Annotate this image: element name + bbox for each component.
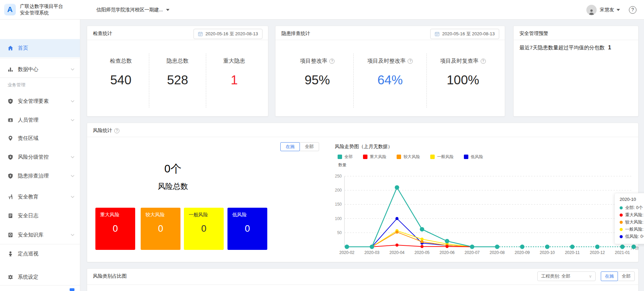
legend-swatch <box>430 155 435 159</box>
sidebar-item-首页[interactable]: 首页 <box>0 39 80 57</box>
legend-item-低风险[interactable]: 低风险 <box>464 154 483 160</box>
sidebar-bottom-widget[interactable] <box>70 288 74 291</box>
risk-total-value: 0个 <box>125 161 221 177</box>
date-range-value: 2020-05-16 至 2020-08-13 <box>206 31 258 37</box>
svg-text:2020-10: 2020-10 <box>540 250 555 255</box>
risk-box-label: 一般风险 <box>184 208 224 218</box>
tooltip-rows: 全部: 0个重大风险: 0个较大风险: 0个一般风险: 0个低风险: 0个 <box>620 204 644 240</box>
home-icon <box>8 45 13 51</box>
calendar-icon <box>435 32 440 36</box>
risk-box-低风险: 低风险0 <box>227 208 267 250</box>
help-circle-icon[interactable]: ? <box>481 59 486 64</box>
risk-category-card: 风险类别占比图 工程类别: 全部 ∨ 在施 全部 <box>87 268 639 291</box>
divider <box>514 40 638 40</box>
chevron-down-icon <box>71 156 74 158</box>
toggle-all[interactable]: 全部 <box>618 271 635 281</box>
svg-text:2020-11: 2020-11 <box>565 250 579 255</box>
legend-item-全部[interactable]: 全部 <box>338 154 353 160</box>
sidebar-item-安全日志[interactable]: 安全日志 <box>0 207 80 224</box>
date-range-picker[interactable]: 2020-05-16 至 2020-08-13 <box>430 29 499 39</box>
card-title: 风险类别占比图 <box>93 273 127 279</box>
svg-text:2020-09: 2020-09 <box>515 250 530 255</box>
help-circle-icon[interactable]: ? <box>329 59 335 64</box>
user-icon <box>588 8 595 15</box>
sidebar-item-定点巡视[interactable]: 定点巡视 <box>0 245 80 262</box>
legend-item-重大风险[interactable]: 重大风险 <box>363 154 386 160</box>
knowledge-base-icon <box>8 232 13 238</box>
stat-value: 95% <box>281 73 353 87</box>
risk-trend-chart[interactable]: 数量501001502002502020-022020-032020-04202… <box>327 161 640 257</box>
app-logo: A <box>4 4 16 15</box>
sidebar-item-label: 人员管理 <box>18 117 38 123</box>
chevron-down-icon <box>71 234 74 236</box>
toggle-in-construction[interactable]: 在施 <box>280 142 300 151</box>
risk-box-一般风险: 一般风险0 <box>184 208 224 250</box>
sidebar-item-隐患排查治理[interactable]: 隐患排查治理 <box>0 168 80 184</box>
risk-box-较大风险: 较大风险0 <box>141 208 180 250</box>
user-name: 宋慧友 <box>600 7 614 13</box>
legend-label: 全部 <box>344 154 353 160</box>
sidebar-item-系统设定[interactable]: 系统设定 <box>0 269 80 285</box>
help-icon: ? <box>631 7 634 12</box>
divider <box>0 58 80 58</box>
chart-tooltip: 2020-10 全部: 0个重大风险: 0个较大风险: 0个一般风险: 0个低风… <box>614 193 644 244</box>
avatar[interactable] <box>586 5 597 15</box>
svg-text:2020-04: 2020-04 <box>389 250 405 255</box>
page: A 广联达数字项目平台 安全管理系统 信阳师范学院淮河校区一期建... 宋慧友 … <box>0 0 644 291</box>
risk-box-value: 0 <box>227 223 267 234</box>
svg-text:150: 150 <box>335 202 342 207</box>
lectern-icon <box>8 194 13 200</box>
journal-icon <box>8 213 13 219</box>
chevron-down-icon: ∨ <box>589 274 592 279</box>
chevron-down-icon <box>71 100 74 102</box>
sidebar-item-风险分级管控[interactable]: 风险分级管控 <box>0 149 80 165</box>
svg-text:2020-12: 2020-12 <box>590 250 605 255</box>
stat-value: 1 <box>206 73 262 87</box>
sidebar-item-数据中心[interactable]: 数据中心 <box>0 61 80 77</box>
divider <box>87 137 638 137</box>
sidebar-item-label: 安全日志 <box>18 213 38 219</box>
toggle-all[interactable]: 全部 <box>300 142 319 151</box>
stat-label: 检查总数 <box>93 58 149 65</box>
sidebar-item-安全知识库[interactable]: 安全知识库 <box>0 227 80 243</box>
inspection-stat-0: 检查总数540 <box>93 53 149 108</box>
date-range-value: 2020-05-16 至 2020-08-13 <box>442 31 495 37</box>
legend-item-一般风险[interactable]: 一般风险 <box>430 154 454 160</box>
hazard-stats-row: 项目整改率?95%项目及时整改率?64%项目及时复查率?100% <box>281 53 499 108</box>
risk-filter-toggle: 在施 全部 <box>280 142 319 151</box>
risk-box-value: 0 <box>184 223 224 234</box>
stat-label: 项目及时整改率? <box>354 58 426 65</box>
chevron-down-icon <box>617 9 620 11</box>
sidebar-item-人员管理[interactable]: 人员管理 <box>0 112 80 128</box>
svg-text:2020-07: 2020-07 <box>465 250 480 255</box>
risk-total: 0个 风险总数 <box>125 161 221 192</box>
category-select-value: 工程类别: 全部 <box>541 273 570 279</box>
category-filter-toggle: 在施 全部 <box>601 271 635 281</box>
tooltip-row-重大风险: 重大风险: 0个 <box>620 211 644 219</box>
legend-label: 较大风险 <box>403 154 420 160</box>
help-circle-icon[interactable]: ? <box>408 59 413 64</box>
shield-bolt-icon <box>8 173 13 179</box>
sidebar-item-责任区域[interactable]: 责任区域 <box>0 130 80 146</box>
topbar: A 广联达数字项目平台 安全管理系统 信阳师范学院淮河校区一期建... 宋慧友 … <box>0 0 644 20</box>
date-range-picker[interactable]: 2020-05-16 至 2020-08-13 <box>194 29 262 39</box>
card-title: 风险统计? <box>93 128 119 134</box>
shield-down-icon <box>8 154 13 160</box>
trend-chart-title: 风险走势图（上月无数据） <box>335 144 393 150</box>
project-selector[interactable]: 信阳师范学院淮河校区一期建... <box>96 0 169 20</box>
chevron-down-icon <box>71 68 74 71</box>
sidebar-item-安全教育[interactable]: 安全教育 <box>0 189 80 205</box>
user-menu[interactable]: 宋慧友 <box>600 7 620 13</box>
legend-swatch <box>464 155 468 159</box>
stat-label: 隐患总数 <box>149 58 206 65</box>
sidebar-item-安全管理要素[interactable]: 安全管理要素 <box>0 93 80 109</box>
project-category-select[interactable]: 工程类别: 全部 ∨ <box>537 271 596 281</box>
sidebar-item-label: 定点巡视 <box>18 251 38 257</box>
inspection-stats-card: 检查统计 2020-05-16 至 2020-08-13 检查总数540隐患总数… <box>87 26 268 117</box>
shield-badge-icon <box>8 98 13 104</box>
help-circle-icon[interactable]: ? <box>114 128 119 133</box>
tooltip-row-较大风险: 较大风险: 0个 <box>620 219 644 226</box>
help-button[interactable]: ? <box>629 6 636 14</box>
toggle-in-construction[interactable]: 在施 <box>601 271 618 281</box>
legend-item-较大风险[interactable]: 较大风险 <box>397 154 420 160</box>
